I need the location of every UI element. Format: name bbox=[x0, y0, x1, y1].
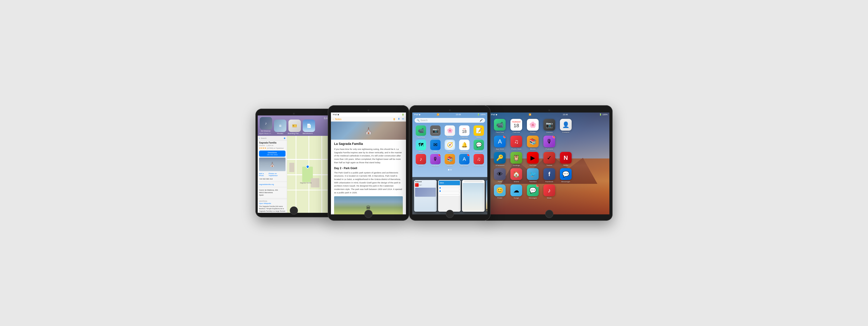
phone-row: +34 932 080 414 bbox=[259, 178, 285, 180]
ios9-mail[interactable]: ✉ Mail bbox=[429, 140, 442, 153]
ios9-row1: 📹 FaceTime 📷 Camera 🌸 Photos THU bbox=[412, 124, 487, 140]
macos-camera[interactable]: 📷 Camera bbox=[542, 119, 557, 133]
mail-dot-1 bbox=[439, 187, 441, 189]
mail-row-1 bbox=[439, 187, 460, 189]
macos-todoist-label: Todoist bbox=[546, 164, 552, 166]
macos-facetime[interactable]: 📹 FaceTime bbox=[493, 119, 507, 133]
multitask-music-label: Ed Sheeran bbox=[261, 130, 271, 132]
maps-divider-3 bbox=[258, 198, 287, 198]
notes-back-button[interactable]: ‹ bbox=[333, 118, 334, 120]
macos-contacts[interactable]: 👤 Contacts bbox=[559, 119, 573, 133]
ios9-facetime[interactable]: 📹 FaceTime bbox=[414, 126, 427, 138]
macos-messenger[interactable]: 💬 Messenger bbox=[559, 168, 573, 183]
multitask-barcelona[interactable]: 📄 Barcelona is a city in... bbox=[303, 119, 315, 134]
ios9-dot-1 bbox=[448, 169, 450, 170]
macos-ibooks[interactable]: 📚 iBooks bbox=[526, 136, 540, 150]
maps-map-area[interactable]: Sagrada Família bbox=[287, 136, 330, 213]
macos-facebook[interactable]: f Facebook bbox=[542, 168, 557, 183]
ios9-safari[interactable]: 🧭 Safari bbox=[443, 140, 456, 153]
macos-imessage[interactable]: 💬 1 Messages bbox=[526, 185, 540, 199]
ios9-itunesstore[interactable]: ♫ iTunes Store bbox=[472, 154, 485, 167]
safari-preview bbox=[462, 180, 485, 212]
macos-peek[interactable]: 👁 Peek bbox=[493, 168, 507, 183]
ipad-1-screen: Edit ♪ Ed Sheeran Apple Music Song 🏛 bbox=[258, 115, 330, 213]
ios9-calendar[interactable]: THU 18 Calendar bbox=[458, 126, 471, 138]
macos-todoist[interactable]: ✓ Todoist bbox=[542, 152, 557, 166]
macos-airbnb-icon: 🏠 bbox=[510, 168, 522, 180]
ipad-1-home-button[interactable] bbox=[290, 207, 298, 215]
wiki-section: WIKIPEDIA Open Wikipedia The Sagrada Fam… bbox=[258, 199, 287, 213]
ios9-appstore[interactable]: A 1 App Store bbox=[458, 154, 471, 167]
macos-nuage[interactable]: ☁ Nuage bbox=[509, 185, 524, 199]
ipad-2-home-button[interactable] bbox=[364, 210, 373, 218]
featured-item-1-text: App 1 bbox=[419, 184, 436, 186]
macos-duolingo-label: Duolingo bbox=[513, 164, 520, 166]
maps-back-icon[interactable]: ‹ bbox=[259, 137, 260, 139]
ios9-search-bar[interactable]: 🔍 Search 🎤 bbox=[414, 118, 485, 123]
add-photo-link[interactable]: Add a Photo bbox=[259, 172, 269, 176]
ipad-2-screen: iPad ◆ 🔋 ‹ Notes 🗑 ⬆ ✏ bbox=[331, 112, 406, 214]
ios9-camera[interactable]: 📷 Camera bbox=[429, 126, 442, 138]
ios9-camera-icon: 📷 bbox=[430, 126, 440, 136]
switcher-safari-card[interactable] bbox=[462, 180, 485, 212]
macos-netflix[interactable]: N Netflix bbox=[559, 152, 573, 166]
macos-spacer-r5-1 bbox=[559, 185, 573, 199]
macos-youtube[interactable]: ▶ YouTube bbox=[526, 152, 540, 166]
macos-photos[interactable]: 🌸 Photos bbox=[526, 119, 540, 133]
macos-onepwd[interactable]: 🔑 1Password bbox=[493, 152, 507, 166]
tripadvisor-link[interactable]: Photos on TripAdvisor bbox=[269, 172, 285, 176]
phone-number[interactable]: +34 932 080 414 bbox=[259, 178, 273, 180]
multitask-photos[interactable]: 🏛 Rhodes bbox=[274, 119, 286, 134]
macos-appstore[interactable]: A 1 App Store bbox=[493, 136, 507, 150]
map-street-v3 bbox=[321, 136, 322, 213]
ios9-photos[interactable]: 🌸 Photos bbox=[443, 126, 456, 138]
ios9-ibooks[interactable]: 📚 iBooks bbox=[443, 154, 456, 167]
maps-location-icon[interactable]: ◉ bbox=[284, 137, 285, 139]
notes-compose-button[interactable]: ✏ bbox=[402, 117, 404, 120]
barcelona-art: 📄 bbox=[303, 119, 315, 132]
switcher-mail-card[interactable]: Inbox bbox=[438, 180, 461, 212]
ios9-messages[interactable]: 💬 Messages bbox=[472, 140, 485, 153]
multitask-music[interactable]: ♪ Ed Sheeran Apple Music Song bbox=[259, 117, 273, 134]
macos-finder[interactable]: 😊 Finder bbox=[493, 185, 507, 199]
macos-duolingo[interactable]: 🦉 Duolingo bbox=[509, 152, 524, 166]
notes-trash-button[interactable]: 🗑 bbox=[393, 118, 396, 120]
ios9-wifi-icon: 📶 bbox=[437, 113, 439, 116]
notes-share-button[interactable]: ⬆ bbox=[398, 117, 400, 120]
macos-calendar-label: Calendar bbox=[513, 131, 520, 133]
ios9-messages-icon: 💬 bbox=[473, 140, 484, 150]
multitask-boarding[interactable]: 🎫 Boarding Pass - Out... bbox=[288, 119, 301, 134]
multitask-barcelona-icon: 📄 bbox=[303, 119, 315, 132]
wiki-text: The Sagrada Família (full name Basílica … bbox=[259, 205, 285, 213]
ipad-3: iPad ◆ 📶 15:48 🔋 100% 🔍 Search 🎤 📹 FaceT… bbox=[409, 105, 491, 221]
macos-tweetbot[interactable]: 🐦 Tweetbot bbox=[526, 168, 540, 183]
macos-itunesstore[interactable]: ♫ iTunes Store bbox=[509, 136, 524, 150]
macos-itunesm[interactable]: ♪ Music bbox=[542, 185, 557, 199]
maps-address: Carrer de Mallorca, 40108013 BarcelonaSp… bbox=[258, 188, 287, 197]
notes-toolbar-left: ‹ Notes bbox=[333, 118, 341, 120]
macos-calendar[interactable]: THURSDAY 18 Calendar bbox=[509, 119, 524, 133]
switcher-sagrada-card[interactable]: La Sagrada Familia bbox=[486, 180, 487, 212]
wiki-open-link[interactable]: Open Wikipedia bbox=[259, 202, 271, 205]
website-link[interactable]: sagradafamilia.org bbox=[259, 183, 274, 185]
switcher-featured-card[interactable]: Featured App 1 bbox=[414, 180, 437, 212]
maps-directions-button[interactable]: Directions 16h 44m drive bbox=[259, 151, 285, 157]
macos-cal-date: 18 bbox=[514, 123, 519, 129]
ios9-maps[interactable]: 🗺 Maps bbox=[414, 140, 427, 153]
notes-heading2: Day 2 - Park Güell bbox=[334, 166, 403, 170]
ios9-notes[interactable]: 📝 Notes bbox=[472, 126, 485, 138]
ipad-3-home-button[interactable] bbox=[446, 210, 454, 218]
macos-podcasts[interactable]: 🎙 4 Podcasts bbox=[542, 136, 557, 150]
multitask-boarding-label: Boarding Pass - Out... bbox=[288, 132, 301, 134]
ios9-reminders[interactable]: 🔔 Reminders bbox=[458, 140, 471, 153]
macos-airbnb[interactable]: 🏠 Airbnb bbox=[509, 168, 524, 183]
notes-ipad-label: iPad ◆ bbox=[333, 113, 339, 116]
maps-phone: +34 932 080 414 bbox=[258, 177, 287, 181]
macos-imessage-label: Messages bbox=[529, 197, 537, 199]
ios9-podcasts[interactable]: 🎙 4 Podcasts bbox=[429, 154, 442, 167]
ipad-4-home-button[interactable] bbox=[545, 210, 553, 218]
ios9-music-icon: ♪ bbox=[416, 154, 426, 164]
ios9-music[interactable]: ♪ Music bbox=[414, 154, 427, 167]
ios9-row2: 🗺 Maps ✉ Mail 🧭 Safari 🔔 Reminders bbox=[412, 140, 487, 154]
notes-body[interactable]: La Sagrada Família If you have time for … bbox=[331, 140, 406, 214]
